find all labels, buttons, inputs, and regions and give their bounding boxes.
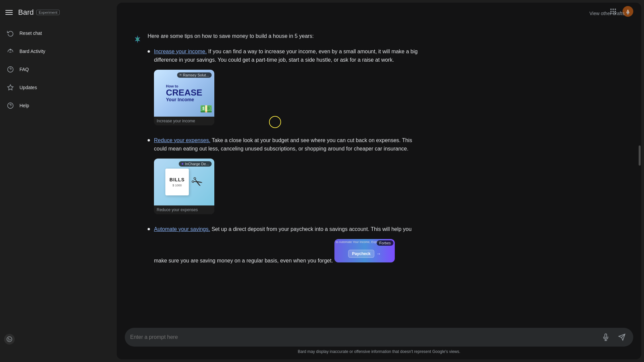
- hamburger-menu-button[interactable]: [5, 10, 13, 15]
- chat-area[interactable]: Here are some tips on how to save money …: [117, 24, 641, 324]
- faq-label: FAQ: [19, 67, 29, 72]
- sidebar-item-reset-chat[interactable]: Reset chat: [0, 25, 111, 42]
- expenses-highlight: Reduce your expenses.: [154, 137, 210, 143]
- send-button[interactable]: [616, 331, 628, 343]
- sidebar-item-help[interactable]: Help: [0, 97, 111, 114]
- experiment-badge: Experiment: [36, 10, 60, 15]
- top-bar: View other drafts ▾: [117, 3, 641, 24]
- settings-cookie-button[interactable]: [4, 334, 15, 345]
- expenses-image-caption: Reduce your expenses: [154, 205, 214, 214]
- expenses-image-container: BILLS $ 1000 ✂ ◆ InCharge De...: [154, 159, 214, 214]
- income-highlight: Increase your income.: [154, 49, 207, 54]
- savings-highlight: Automate your savings.: [154, 226, 210, 232]
- bullet-text-expenses: Reduce your expenses. Take a close look …: [154, 137, 412, 152]
- bard-activity-icon: [7, 48, 14, 55]
- help-icon: [7, 102, 14, 109]
- bard-response: Here are some tips on how to save money …: [133, 32, 625, 265]
- income-image-card[interactable]: How to CREASE Your Income 💵 R: [154, 70, 214, 125]
- updates-label: Updates: [19, 85, 37, 90]
- scrollbar[interactable]: [639, 145, 641, 166]
- main-content: A View other drafts ▾ Here are some tips…: [117, 3, 641, 359]
- bullet-text-income: Increase your income. If you can find a …: [154, 49, 418, 63]
- faq-icon: [7, 66, 14, 73]
- input-container: [125, 328, 633, 347]
- prompt-input[interactable]: [130, 334, 596, 340]
- bullet-dot: [148, 228, 150, 230]
- bard-avatar: [133, 35, 142, 44]
- disclaimer-text: Bard may display inaccurate or offensive…: [125, 347, 633, 358]
- mic-button[interactable]: [600, 331, 612, 343]
- sidebar-item-bard-activity[interactable]: Bard Activity: [0, 43, 111, 60]
- intro-text: Here are some tips on how to save money …: [148, 32, 423, 41]
- reset-chat-label: Reset chat: [19, 31, 42, 36]
- help-label: Help: [19, 103, 29, 108]
- expenses-source-badge: ◆ InCharge De...: [179, 161, 212, 167]
- response-content: Here are some tips on how to save money …: [148, 32, 423, 265]
- savings-source-badge: Forbes: [377, 240, 393, 246]
- income-image-caption: Increase your income: [154, 117, 214, 125]
- bard-activity-label: Bard Activity: [19, 49, 45, 54]
- savings-image-card[interactable]: to Automate Your Income, Expens... Paych…: [334, 239, 395, 262]
- input-area: Bard may display inaccurate or offensive…: [117, 324, 641, 359]
- sidebar-item-updates[interactable]: Updates: [0, 79, 111, 96]
- sidebar-header: Bard Experiment: [0, 4, 117, 21]
- reset-chat-icon: [7, 29, 14, 37]
- view-other-drafts-button[interactable]: View other drafts ▾: [585, 8, 633, 18]
- list-item: Increase your income. If you can find a …: [148, 47, 423, 127]
- expenses-image: BILLS $ 1000 ✂ ◆ InCharge De...: [154, 159, 214, 205]
- list-item: Automate your savings. Set up a direct d…: [148, 225, 423, 265]
- bullet-dot: [148, 139, 150, 141]
- chevron-down-icon: ▾: [627, 10, 629, 16]
- list-item: Reduce your expenses. Take a close look …: [148, 136, 423, 216]
- bills-envelope: BILLS $ 1000: [165, 169, 189, 195]
- svg-marker-3: [8, 85, 13, 90]
- svg-point-9: [9, 340, 9, 341]
- sidebar: Bard Experiment Reset chat Bard Activity: [0, 0, 117, 362]
- income-source-badge: R Ramsey Solut...: [177, 72, 212, 78]
- savings-image: to Automate Your Income, Expens... Paych…: [334, 239, 395, 262]
- svg-point-7: [8, 338, 9, 339]
- svg-point-6: [7, 337, 12, 342]
- bard-logo: Bard Experiment: [18, 8, 60, 17]
- bullet-dot: [148, 50, 150, 53]
- expenses-image-card[interactable]: BILLS $ 1000 ✂ ◆ InCharge De...: [154, 159, 214, 214]
- paycheck-label: Paycheck: [348, 250, 374, 258]
- bullet-list: Increase your income. If you can find a …: [148, 47, 423, 265]
- view-other-drafts-label: View other drafts: [589, 11, 625, 16]
- savings-image-container: to Automate Your Income, Expens... Paych…: [334, 239, 395, 262]
- app-title: Bard: [18, 8, 34, 17]
- sidebar-item-faq[interactable]: FAQ: [0, 61, 111, 78]
- updates-icon: [7, 84, 14, 91]
- svg-point-8: [10, 340, 11, 340]
- income-image-container: How to CREASE Your Income 💵 R: [154, 70, 214, 125]
- income-image: How to CREASE Your Income 💵 R: [154, 70, 214, 117]
